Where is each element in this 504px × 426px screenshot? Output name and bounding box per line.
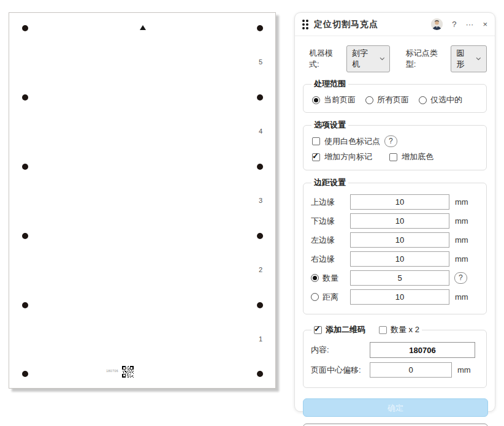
unit-label: mm [455, 197, 468, 207]
count-radio[interactable] [311, 274, 319, 282]
registration-mark-dot [257, 25, 263, 31]
scope-option-all[interactable]: 所有页面 [365, 94, 409, 105]
qr-content-row: 内容: [310, 342, 480, 358]
scope-option-selected-only[interactable]: 仅选中的 [419, 94, 462, 105]
unit-label: mm [455, 292, 468, 302]
machine-mode-label: 机器模式: [309, 48, 342, 70]
margins-legend: 边距设置 [311, 177, 348, 188]
scope-option-current[interactable]: 当前页面 [312, 94, 356, 105]
count-x2-checkbox[interactable] [379, 326, 387, 334]
app-logo-dots-icon [302, 20, 308, 29]
registration-mark-dot [257, 302, 263, 308]
margin-row-bottom: 下边缘 mm [310, 213, 480, 229]
white-mark-checkbox[interactable] [312, 137, 320, 145]
registration-mark-dot [22, 302, 28, 308]
base-color-checkbox[interactable] [389, 153, 397, 161]
chevron-down-icon [380, 57, 385, 61]
margin-row-left: 左边缘 mm [310, 232, 480, 248]
white-mark-help-button[interactable]: ? [384, 135, 397, 147]
registration-mark-dot [257, 94, 263, 101]
panel-titlebar: 定位切割马克点 ? ··· × [295, 13, 495, 36]
qr-offset-input[interactable] [370, 362, 452, 378]
delete-button[interactable]: 删除 [303, 424, 488, 426]
confirm-button[interactable]: 确定 [303, 398, 488, 417]
options-group: 选项设置 使用白色标记点 ? 增加方向标记 增加底色 [303, 120, 487, 170]
unit-label: mm [455, 235, 468, 245]
bottom-margin-input[interactable] [350, 213, 449, 229]
registration-mark-dot [22, 233, 28, 239]
margin-row-distance: 距离 mm [310, 289, 480, 305]
margins-group: 边距设置 上边缘 mm 下边缘 mm 左边缘 mm 右边缘 mm [303, 177, 487, 314]
radio-icon[interactable] [419, 96, 427, 104]
registration-mark-dot [22, 25, 28, 31]
count-help-button[interactable]: ? [454, 272, 467, 284]
margin-row-right: 右边缘 mm [310, 251, 480, 267]
scope-group: 处理范围 当前页面 所有页面 仅选中的 [303, 78, 487, 113]
add-qr-checkbox[interactable] [314, 326, 322, 334]
add-qr-label: 添加二维码 [326, 324, 365, 335]
registration-mark-dot [257, 164, 263, 170]
document-page: 5 4 3 2 1 180706 [9, 12, 276, 389]
settings-panel: 定位切割马克点 ? ··· × 机器模式: 刻字机 [294, 12, 495, 412]
count-input[interactable] [350, 270, 449, 286]
user-avatar[interactable] [431, 18, 443, 30]
registration-mark-dot [257, 371, 263, 377]
unit-label: mm [455, 216, 468, 226]
count-x2-label: 数量 x 2 [391, 324, 419, 335]
row-number-label: 1 [254, 335, 267, 343]
panel-title: 定位切割马克点 [314, 19, 378, 30]
direction-mark-triangle-icon [140, 25, 146, 30]
registration-mark-dot [22, 164, 28, 170]
qr-group: 添加二维码 数量 x 2 内容: 页面中心偏移: mm [303, 324, 487, 388]
margin-row-top: 上边缘 mm [310, 194, 480, 210]
more-options-button[interactable]: ··· [465, 20, 473, 28]
row-number-label: 4 [254, 127, 267, 135]
mark-type-label: 标记点类型: [406, 48, 446, 70]
options-legend: 选项设置 [311, 120, 348, 131]
unit-label: mm [457, 365, 471, 375]
registration-mark-dot [22, 371, 28, 377]
mode-row: 机器模式: 刻字机 标记点类型: 圆形 [303, 45, 487, 72]
left-margin-input[interactable] [350, 232, 449, 248]
scope-legend: 处理范围 [311, 78, 348, 89]
radio-icon[interactable] [365, 96, 373, 104]
close-button[interactable]: × [483, 20, 487, 28]
radio-icon[interactable] [312, 96, 320, 104]
distance-radio[interactable] [311, 293, 319, 301]
unit-label: mm [455, 254, 468, 264]
direction-mark-checkbox[interactable] [312, 153, 320, 161]
mark-type-select[interactable]: 圆形 [451, 45, 487, 72]
qr-offset-row: 页面中心偏移: mm [310, 362, 480, 378]
machine-mode-select[interactable]: 刻字机 [346, 45, 390, 72]
top-margin-input[interactable] [350, 194, 449, 210]
chevron-down-icon [476, 57, 481, 61]
direction-mark-label: 增加方向标记 [324, 151, 372, 162]
margin-row-count: 数量 ? [310, 270, 480, 286]
white-mark-label: 使用白色标记点 [324, 136, 380, 147]
qr-content-label: 内容: [310, 344, 370, 356]
registration-mark-dot [257, 233, 263, 239]
registration-mark-dot [22, 94, 28, 101]
qr-legend: 添加二维码 数量 x 2 [311, 324, 422, 335]
distance-input[interactable] [350, 289, 449, 305]
base-color-label: 增加底色 [402, 151, 433, 162]
right-margin-input[interactable] [350, 251, 449, 267]
row-number-label: 3 [254, 197, 267, 204]
qr-caption-text: 180706 [94, 369, 118, 373]
row-number-label: 2 [254, 266, 267, 273]
qr-code [122, 366, 134, 378]
help-button[interactable]: ? [452, 20, 456, 28]
qr-content-input[interactable] [370, 342, 475, 358]
qr-offset-label: 页面中心偏移: [310, 365, 370, 376]
row-number-label: 5 [254, 58, 267, 66]
